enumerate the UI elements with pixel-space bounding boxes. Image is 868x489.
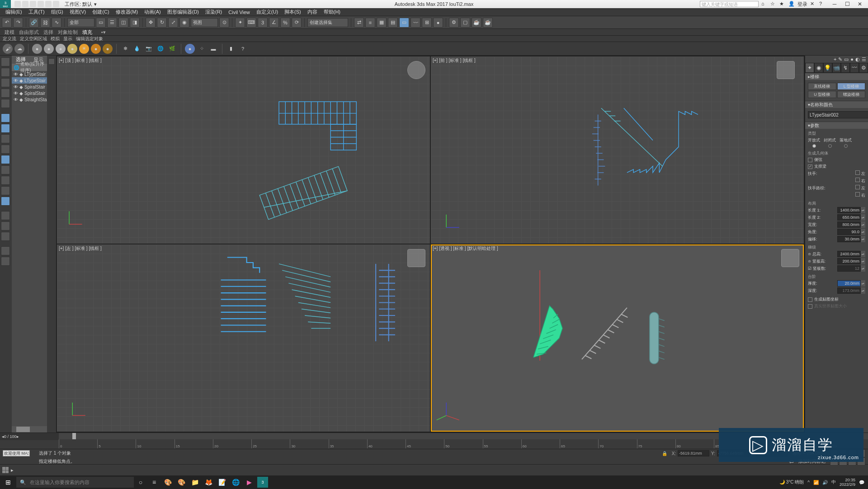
spinner-icon[interactable]: ▴▾ <box>861 251 865 257</box>
menu-grapheditors[interactable]: 图形编辑器(D) <box>165 9 202 15</box>
len2-input[interactable] <box>837 214 861 221</box>
cat-snow-icon[interactable]: ❄ <box>120 44 130 54</box>
select-name-button[interactable]: ☰ <box>107 18 117 28</box>
spinner-icon[interactable]: ▴▾ <box>861 287 865 294</box>
sub-flow[interactable]: 定义流 <box>3 36 16 42</box>
link-button[interactable]: 🔗 <box>29 18 39 28</box>
menu-help[interactable]: 帮助(H) <box>321 9 343 15</box>
align-button[interactable]: ≡ <box>365 18 375 28</box>
layer-explorer-button[interactable]: ▤ <box>388 18 398 28</box>
viewport-left[interactable]: [+] [左 ] [标准 ] [线框 ] <box>57 244 430 432</box>
lt-f12[interactable] <box>1 176 10 185</box>
selection-filter-dropdown[interactable]: 全部 <box>67 18 94 27</box>
spinner-icon[interactable]: ▴▾ <box>861 207 865 213</box>
lt-f18[interactable] <box>1 246 10 255</box>
infocenter-icon[interactable]: ⌂ <box>761 1 768 7</box>
cat-screen-icon[interactable]: ▬ <box>208 44 218 54</box>
spiral-stair-button[interactable]: 螺旋楼梯 <box>837 91 866 98</box>
ribbon-freeform[interactable]: 自由形式 <box>19 29 39 36</box>
snap-button[interactable]: 3 <box>258 18 268 28</box>
lt-f8[interactable] <box>1 134 10 143</box>
curve-editor-button[interactable]: 〰 <box>410 18 420 28</box>
open-icon[interactable] <box>22 1 28 7</box>
cmd-more-icon[interactable]: ● <box>850 56 854 62</box>
undo-button[interactable]: ↶ <box>2 18 12 28</box>
refcoord-dropdown[interactable]: 视图 <box>191 18 218 27</box>
cmd-more3-icon[interactable]: ☰ <box>862 56 866 62</box>
cat-cloud-icon[interactable]: ☁ <box>14 44 24 54</box>
chk-rp-right[interactable] <box>855 192 860 197</box>
lt-f2[interactable] <box>1 68 10 77</box>
system-clock[interactable]: 20:35 2022/2/9 <box>840 478 855 487</box>
maxscript-listener[interactable] <box>3 450 30 456</box>
len1-input[interactable] <box>837 207 861 213</box>
notes-icon[interactable]: 📝 <box>217 477 227 488</box>
rollout-params-header[interactable]: ▾ 参数 <box>805 122 868 129</box>
total-input[interactable] <box>837 251 861 257</box>
cat-sphere3-icon[interactable]: ● <box>56 44 66 54</box>
named-selection-dropdown[interactable]: 创建选择集 <box>307 18 348 27</box>
cat-foliage-icon[interactable]: 🌿 <box>167 44 177 54</box>
motion-tab[interactable]: 📹 <box>832 63 841 73</box>
explorer-icon[interactable]: 📁 <box>189 477 200 488</box>
ribbon-toggle-button[interactable]: ▭ <box>399 18 409 28</box>
cat-bluesphere-icon[interactable]: ● <box>185 44 195 54</box>
radio-open[interactable] <box>812 144 816 148</box>
cat-sphere1-icon[interactable]: ● <box>32 44 42 54</box>
menu-tools[interactable]: 工具(T) <box>26 9 47 15</box>
move-button[interactable]: ✥ <box>146 18 156 28</box>
bind-button[interactable]: ∿ <box>52 18 61 28</box>
taskview-icon[interactable]: ○ <box>135 477 146 488</box>
window-crossing-button[interactable]: ◨ <box>130 18 140 28</box>
menu-modifiers[interactable]: 修改器(M) <box>113 9 141 15</box>
keyboard-button[interactable]: ⌨ <box>246 18 256 28</box>
chk-hl-left[interactable] <box>855 170 860 175</box>
cmd-snap-icon[interactable]: ▭ <box>844 56 849 62</box>
spinner-icon[interactable]: ▴▾ <box>861 229 865 235</box>
coord-x-input[interactable] <box>678 450 709 456</box>
cortana-icon[interactable]: ≡ <box>149 477 160 488</box>
lt-f17[interactable] <box>1 232 10 241</box>
cmd-add-icon[interactable]: + <box>834 56 836 62</box>
weather-widget[interactable]: 🌙 3°C 晴朗 <box>779 479 804 485</box>
spinner-icon[interactable]: ▴▾ <box>861 258 865 264</box>
expand-icon[interactable]: ▸ <box>11 467 14 473</box>
viewport-label[interactable]: [+] [透视 ] [标准 ] [默认明暗处理 ] <box>433 245 498 252</box>
3dsmax-taskbar-icon[interactable]: 3 <box>257 477 268 488</box>
taskbar-search[interactable]: 🔍在这里输入你要搜索的内容 <box>16 477 134 488</box>
chk-genmap[interactable] <box>808 297 812 302</box>
workspace-dropdown[interactable]: 工作区: 默认 <box>65 1 92 8</box>
create-tab[interactable]: ✦ <box>805 63 814 73</box>
unlink-button[interactable]: ⛓ <box>40 18 50 28</box>
thick-input[interactable] <box>837 280 861 287</box>
hierarchy-tab[interactable]: 💡 <box>823 63 832 73</box>
cmd-more2-icon[interactable]: ◐ <box>855 56 860 62</box>
manipulate-button[interactable]: ✦ <box>235 18 245 28</box>
menu-rendering[interactable]: 渲染(R) <box>203 9 225 15</box>
save-icon[interactable] <box>30 1 36 7</box>
vp-layout-button[interactable] <box>48 58 55 65</box>
app3-icon[interactable]: ▶ <box>244 477 255 488</box>
riser-input[interactable] <box>837 258 861 264</box>
sub-simulate[interactable]: 模拟 <box>51 36 60 42</box>
pivot-button[interactable]: ⊙ <box>219 18 229 28</box>
sub-idle[interactable]: 定义空闲区域 <box>20 36 47 42</box>
user-icon[interactable]: 👤 <box>788 1 795 7</box>
cat-brush-icon[interactable]: 🖌 <box>3 44 13 54</box>
chk-rp-left[interactable] <box>855 185 860 189</box>
lt-f10[interactable] <box>1 155 10 164</box>
chk-stringer[interactable] <box>808 165 812 169</box>
layer-button[interactable]: ▦ <box>377 18 387 28</box>
favorites-icon[interactable]: ★ <box>779 1 786 7</box>
list-item[interactable]: 👁◆LTypeStair <box>12 77 47 84</box>
viewport-perspective[interactable]: [+] [透视 ] [标准 ] [默认明暗处理 ] <box>431 244 804 432</box>
offset-input[interactable] <box>837 236 861 242</box>
help-search-input[interactable]: 键入关键字或短语 <box>700 1 759 7</box>
time-slider-label[interactable]: ◂ 0 / 100 ▸ <box>0 433 59 440</box>
list-item[interactable]: 👁◆SpiralStair <box>12 84 47 90</box>
cat-spray-icon[interactable]: 💧 <box>132 44 142 54</box>
ribbon-objectpaint[interactable]: 对象绘制 <box>58 29 78 36</box>
viewport-top[interactable]: [+] [顶 ] [标准 ] [线框 ] <box>57 56 430 244</box>
new-icon[interactable] <box>14 1 21 7</box>
help-icon[interactable]: ? <box>819 1 826 7</box>
